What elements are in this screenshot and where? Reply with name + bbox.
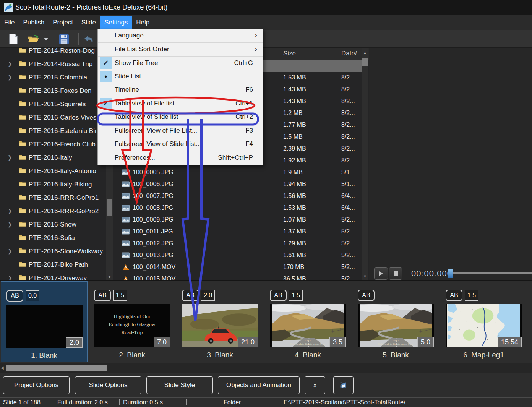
file-row[interactable]: 100_0012.JPG1.29 MB5/2... (115, 238, 362, 250)
slide-thumbnail[interactable]: 2.0 (6, 305, 83, 348)
menu-item-table-view-of-file-list[interactable]: ✓Table view of File listCtrl+1 (98, 97, 263, 110)
slide-preview-icon (338, 381, 349, 389)
chevron-right-icon[interactable]: ❯ (8, 154, 12, 161)
save-button[interactable] (58, 33, 70, 45)
ab-transition-badge[interactable]: AB (270, 290, 287, 301)
column-header-size[interactable]: Size (283, 50, 296, 57)
seek-slider-track[interactable] (448, 272, 532, 274)
file-row[interactable]: 100_0009.JPG1.07 MB5/2... (115, 214, 362, 226)
objects-and-animation-button[interactable]: Objects and Animation (218, 376, 300, 394)
tree-scrollbar-thumb[interactable] (107, 199, 112, 216)
tree-item-pte-2017-bike-path[interactable]: ❯PTE-2017-Bike Path (0, 258, 115, 272)
tree-item-pte-2016-sofia[interactable]: ❯PTE-2016-Sofia (0, 232, 115, 245)
menubar-item-slide[interactable]: Slide (77, 16, 100, 29)
file-row[interactable]: 100_0008.JPG1.53 MB6/4... (115, 202, 362, 214)
menu-item-show-file-tree[interactable]: ✓Show File TreeCtrl+G (98, 57, 263, 70)
slide-thumbnail[interactable]: Leg 1 Edinburgh to Grantown-on-Spey 3.5 (270, 304, 346, 347)
file-row[interactable]: 100_0007.JPG1.56 MB6/4... (115, 190, 362, 202)
file-row[interactable]: 100_0014.MOV170 MB5/2... (115, 261, 362, 273)
file-row[interactable]: 100_0006.JPG1.94 MB5/1... (115, 178, 362, 190)
tree-item-pte-2016-snow[interactable]: ❯PTE-2016-Snow (0, 218, 115, 232)
slide-panel-scrollbar[interactable]: ◀ (0, 363, 532, 373)
file-list-scrollbar-thumb[interactable] (362, 58, 368, 66)
menu-item-file-list-sort-order[interactable]: File List Sort Order› (98, 43, 263, 56)
ab-transition-badge[interactable]: AB (94, 290, 111, 301)
ab-transition-badge[interactable]: AB (446, 290, 462, 301)
slide-cell[interactable]: AB 0.0 (1, 281, 88, 362)
folder-icon (19, 167, 26, 174)
chevron-right-icon[interactable]: ❯ (8, 74, 12, 80)
tree-item-pte-2016-italy-antonio[interactable]: ❯PTE-2016-Italy-Antonio (0, 165, 115, 178)
transition-time-badge[interactable]: 0.0 (26, 290, 39, 301)
open-project-button[interactable] (28, 33, 39, 45)
new-project-button[interactable] (8, 33, 19, 45)
slide-cell[interactable]: AB (352, 281, 439, 362)
menubar-item-publish[interactable]: Publish (19, 16, 49, 29)
chevron-right-icon[interactable]: ❯ (8, 275, 12, 280)
menu-item-slide-list[interactable]: ●Slide List (98, 70, 263, 83)
transition-time-badge[interactable]: 2.0 (201, 290, 215, 301)
file-row[interactable]: 100_0011.JPG1.37 MB5/2... (115, 226, 362, 238)
x-button[interactable]: x (305, 376, 325, 394)
slide-style-button[interactable]: Slide Style (146, 376, 213, 394)
undo-button[interactable] (83, 33, 95, 45)
file-size: 1.37 MB (283, 228, 306, 235)
transition-time-badge[interactable]: 1.5 (113, 290, 127, 301)
slide-thumbnail[interactable]: Highlights of Our Edinburgh to Glasgow R… (94, 304, 170, 347)
tree-item-pte-2016-rrr-gopro2[interactable]: ❯PTE-2016-RRR-GoPro2 (0, 205, 115, 218)
image-file-icon (122, 205, 130, 211)
chevron-right-icon[interactable]: ❯ (8, 208, 12, 214)
menu-item-language[interactable]: Language› (98, 29, 263, 42)
transition-time-badge[interactable]: 1.5 (465, 290, 478, 301)
transition-time-badge[interactable]: 1.5 (289, 290, 303, 301)
chevron-right-icon[interactable]: ❯ (8, 221, 12, 227)
slide-thumbnail[interactable]: 21.0 (182, 304, 258, 347)
file-row[interactable]: 100_0005.JPG1.9 MB5/1... (115, 167, 362, 178)
slide-thumbnail[interactable]: Leg 1 Edinburgh to Grantown-on-Spey 5.0 (358, 304, 434, 347)
chevron-right-icon[interactable]: ❯ (8, 248, 12, 254)
status-separator (119, 399, 120, 405)
tree-item-pte-2016-stonewalkway[interactable]: ❯PTE-2016-StoneWalkway (0, 245, 115, 258)
ab-transition-badge[interactable]: AB (182, 290, 199, 301)
slide-thumbnail[interactable]: 15.54 (446, 304, 522, 347)
menu-item-fullscreen-view-of-file-list[interactable]: Fullscreen View of File List...F3 (98, 124, 263, 138)
menubar-item-settings[interactable]: Settings (100, 16, 132, 29)
slide-cell[interactable]: AB 1.5 (264, 281, 351, 362)
menubar-item-project[interactable]: Project (49, 16, 77, 29)
slide-cell[interactable]: AB 1.5 Highlights of Our Edinburgh to Gl… (89, 281, 175, 362)
file-date: 8/2... (341, 98, 355, 105)
seek-slider[interactable] (448, 266, 532, 280)
slide-options-button[interactable]: Slide Options (75, 376, 141, 394)
chevron-right-icon[interactable]: ❯ (8, 61, 12, 67)
slide-cell[interactable]: AB 2.0 (177, 281, 263, 362)
scroll-up-icon[interactable]: ▲ (362, 51, 368, 55)
tree-item-pte-2016-italy-biking[interactable]: ❯PTE-2016-Italy-Biking (0, 178, 115, 191)
slide-cell[interactable]: AB 1.5 (440, 281, 527, 362)
file-row[interactable]: 100_0015.MOV36.5 MB5/2 (115, 273, 362, 280)
column-header-date[interactable]: Date/ (341, 50, 357, 57)
mini-player-button[interactable] (333, 376, 354, 394)
scroll-left-icon[interactable]: ◀ (1, 366, 4, 370)
ab-transition-badge[interactable]: AB (6, 290, 23, 302)
file-list-scrollbar[interactable]: ▲ ▼ (362, 48, 368, 280)
open-dropdown-button[interactable] (43, 33, 49, 45)
play-button[interactable] (374, 267, 388, 280)
menu-item-timeline[interactable]: TimelineF6 (98, 83, 263, 97)
stop-button[interactable] (389, 267, 402, 280)
menubar-item-help[interactable]: Help (132, 16, 154, 29)
status-bar: Slide 1 of 188Full duration: 2.0 sDurati… (0, 397, 532, 407)
ab-transition-badge[interactable]: AB (358, 290, 375, 301)
menubar-item-file[interactable]: File (0, 16, 19, 29)
file-row[interactable]: 100_0013.JPG1.61 MB5/2... (115, 250, 362, 261)
seek-slider-thumb[interactable] (448, 269, 453, 278)
menu-item-preferences[interactable]: Preferences...Shift+Ctrl+P (98, 151, 263, 165)
slide-scrollbar-thumb[interactable] (6, 365, 107, 371)
project-options-button[interactable]: Project Options (3, 376, 70, 394)
menu-item-fullscreen-view-of-slide-list[interactable]: Fullscreen View of Slide List...F4 (98, 138, 263, 151)
slide-caption: 4. Blank (264, 351, 351, 359)
scroll-down-icon[interactable]: ▼ (106, 275, 113, 279)
tree-item-pte-2016-rrr-gopro1[interactable]: ❯PTE-2016-RRR-GoPro1 (0, 191, 115, 205)
menu-item-table-view-of-slide-list[interactable]: Table view of Slide listCtrl+2 (98, 110, 263, 124)
tree-item-pte-2017-driveway[interactable]: ❯PTE-2017-Driveway (0, 272, 115, 280)
scroll-down-icon[interactable]: ▼ (362, 274, 368, 278)
